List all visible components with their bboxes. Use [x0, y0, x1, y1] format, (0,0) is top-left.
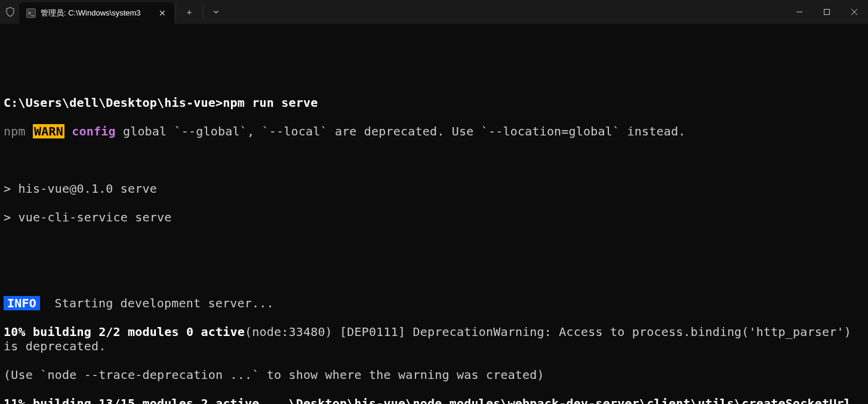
npm-prefix: npm	[4, 124, 26, 138]
tab-title: 管理员: C:\Windows\system3	[41, 6, 152, 20]
svg-rect-1	[824, 10, 830, 15]
window-controls	[786, 0, 868, 24]
script-line: > vue-cli-service serve	[4, 210, 864, 224]
tab-dropdown-button[interactable]	[204, 1, 228, 23]
titlebar: >_ 管理员: C:\Windows\system3 ✕ ＋	[0, 0, 868, 24]
shield-icon	[5, 7, 16, 17]
divider	[176, 5, 176, 19]
tab-bar-actions: ＋	[174, 1, 228, 23]
terminal-output[interactable]: C:\Users\dell\Desktop\his-vue>npm run se…	[0, 24, 868, 404]
close-tab-icon[interactable]: ✕	[158, 8, 167, 18]
build-progress: 11% building 13/15 modules 2 active ...\…	[4, 396, 858, 404]
npm-msg: global `--global`, `--local` are depreca…	[116, 124, 686, 138]
npm-config: config	[72, 124, 115, 138]
divider	[202, 5, 203, 19]
minimize-button[interactable]	[786, 0, 813, 24]
command: npm run serve	[223, 95, 318, 110]
maximize-button[interactable]	[813, 0, 841, 24]
warn-badge: WARN	[33, 124, 64, 138]
terminal-icon: >_	[26, 8, 36, 18]
terminal-tab[interactable]: >_ 管理员: C:\Windows\system3 ✕	[19, 2, 174, 24]
prompt: C:\Users\dell\Desktop\his-vue>	[4, 95, 223, 110]
info-text: Starting development server...	[54, 296, 273, 310]
build-progress: 10% building 2/2 modules 0 active	[4, 325, 245, 339]
info-badge: INFO	[4, 296, 40, 310]
script-line: > his-vue@0.1.0 serve	[4, 181, 864, 196]
trace-hint: (Use `node --trace-deprecation ...` to s…	[4, 368, 864, 382]
close-window-button[interactable]	[841, 0, 868, 24]
new-tab-button[interactable]: ＋	[177, 1, 201, 23]
